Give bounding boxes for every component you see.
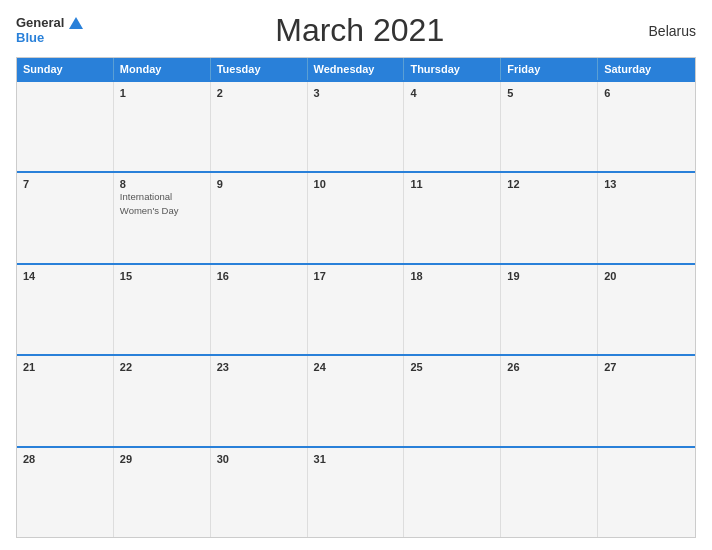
table-row	[598, 448, 695, 537]
calendar-page: General Blue March 2021 Belarus Sunday M…	[0, 0, 712, 550]
holiday-label: International Women's Day	[120, 191, 179, 215]
header-tuesday: Tuesday	[211, 58, 308, 80]
table-row: 7	[17, 173, 114, 262]
calendar-title: March 2021	[83, 12, 636, 49]
header-saturday: Saturday	[598, 58, 695, 80]
table-row: 30	[211, 448, 308, 537]
week-2: 7 8 International Women's Day 9 10 11 12…	[17, 171, 695, 262]
table-row: 29	[114, 448, 211, 537]
table-row: 31	[308, 448, 405, 537]
week-5: 28 29 30 31	[17, 446, 695, 537]
table-row: 13	[598, 173, 695, 262]
logo-blue-text: Blue	[16, 31, 44, 45]
table-row: 1	[114, 82, 211, 171]
header-sunday: Sunday	[17, 58, 114, 80]
table-row: 6	[598, 82, 695, 171]
table-row: 8 International Women's Day	[114, 173, 211, 262]
logo-general-text: General	[16, 16, 64, 30]
table-row	[17, 82, 114, 171]
table-row: 20	[598, 265, 695, 354]
calendar-header-row: Sunday Monday Tuesday Wednesday Thursday…	[17, 58, 695, 80]
logo-triangle-icon	[69, 17, 83, 29]
country-label: Belarus	[636, 23, 696, 39]
table-row: 5	[501, 82, 598, 171]
table-row: 14	[17, 265, 114, 354]
table-row: 11	[404, 173, 501, 262]
table-row: 16	[211, 265, 308, 354]
calendar-grid: Sunday Monday Tuesday Wednesday Thursday…	[16, 57, 696, 538]
table-row: 9	[211, 173, 308, 262]
table-row: 27	[598, 356, 695, 445]
table-row: 23	[211, 356, 308, 445]
table-row: 12	[501, 173, 598, 262]
table-row: 4	[404, 82, 501, 171]
calendar-body: 1 2 3 4 5 6 7 8 International Women's Da…	[17, 80, 695, 537]
table-row: 17	[308, 265, 405, 354]
table-row: 19	[501, 265, 598, 354]
table-row: 15	[114, 265, 211, 354]
header-thursday: Thursday	[404, 58, 501, 80]
table-row: 24	[308, 356, 405, 445]
week-1: 1 2 3 4 5 6	[17, 80, 695, 171]
table-row	[404, 448, 501, 537]
table-row: 26	[501, 356, 598, 445]
header-monday: Monday	[114, 58, 211, 80]
table-row: 21	[17, 356, 114, 445]
table-row: 22	[114, 356, 211, 445]
week-4: 21 22 23 24 25 26 27	[17, 354, 695, 445]
header-wednesday: Wednesday	[308, 58, 405, 80]
header: General Blue March 2021 Belarus	[16, 12, 696, 49]
table-row	[501, 448, 598, 537]
week-3: 14 15 16 17 18 19 20	[17, 263, 695, 354]
table-row: 10	[308, 173, 405, 262]
table-row: 3	[308, 82, 405, 171]
header-friday: Friday	[501, 58, 598, 80]
table-row: 28	[17, 448, 114, 537]
table-row: 18	[404, 265, 501, 354]
table-row: 25	[404, 356, 501, 445]
table-row: 2	[211, 82, 308, 171]
logo: General Blue	[16, 16, 83, 45]
